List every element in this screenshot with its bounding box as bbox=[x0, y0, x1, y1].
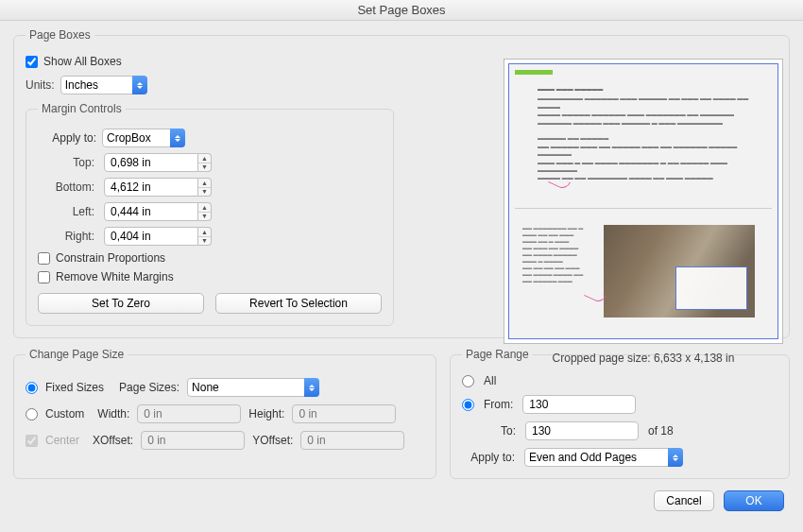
remove-white-margins-label: Remove White Margins bbox=[56, 270, 174, 283]
from-input[interactable] bbox=[522, 395, 636, 414]
all-pages-radio[interactable] bbox=[462, 375, 474, 387]
show-all-boxes-checkbox[interactable] bbox=[26, 56, 38, 68]
ok-button[interactable]: OK bbox=[724, 490, 784, 511]
right-input[interactable] bbox=[104, 227, 198, 246]
window-title: Set Page Boxes bbox=[0, 0, 803, 21]
change-page-size-legend: Change Page Size bbox=[26, 348, 128, 361]
center-label: Center bbox=[45, 434, 79, 447]
page-range-group: Page Range All From: To: of 18 Apply to: bbox=[450, 348, 790, 479]
constrain-proportions-label: Constrain Proportions bbox=[56, 251, 165, 265]
bottom-stepper[interactable]: ▲▼ bbox=[198, 178, 212, 197]
fixed-sizes-radio[interactable] bbox=[26, 382, 38, 394]
range-apply-to-label: Apply to: bbox=[462, 451, 515, 464]
margin-controls-group: Margin Controls Apply to: CropBox Top: ▲ bbox=[26, 102, 394, 326]
to-input[interactable] bbox=[525, 421, 639, 440]
custom-label: Custom bbox=[45, 407, 84, 420]
remove-white-margins-checkbox[interactable] bbox=[38, 271, 50, 283]
top-stepper[interactable]: ▲▼ bbox=[198, 153, 212, 172]
show-all-boxes-label: Show All Boxes bbox=[43, 55, 122, 68]
all-pages-label: All bbox=[484, 374, 496, 387]
units-label: Units: bbox=[26, 78, 55, 92]
units-select[interactable]: Inches bbox=[60, 76, 147, 94]
revert-to-selection-button[interactable]: Revert To Selection bbox=[215, 293, 382, 314]
bottom-label: Bottom: bbox=[38, 180, 96, 194]
change-page-size-group: Change Page Size Fixed Sizes Page Sizes:… bbox=[13, 348, 436, 479]
width-label: Width: bbox=[97, 407, 129, 420]
center-checkbox[interactable] bbox=[26, 435, 38, 447]
margin-apply-to-select[interactable]: CropBox bbox=[102, 129, 185, 147]
right-label: Right: bbox=[38, 230, 96, 243]
margin-controls-legend: Margin Controls bbox=[38, 102, 126, 115]
height-input[interactable] bbox=[292, 404, 396, 423]
yoffset-label: YOffset: bbox=[252, 434, 293, 447]
fixed-sizes-label: Fixed Sizes bbox=[45, 381, 104, 394]
of-pages-label: of 18 bbox=[648, 424, 674, 438]
top-label: Top: bbox=[38, 156, 96, 169]
xoffset-label: XOffset: bbox=[93, 434, 133, 447]
preview-caption: Cropped page size: 6,633 x 4,138 in bbox=[504, 352, 783, 365]
page-preview: ▬▬▬ ▬▬▬ ▬▬▬▬▬ ▬▬▬▬▬▬▬▬ ▬▬▬▬▬▬ ▬▬▬ ▬▬▬▬▬ … bbox=[504, 59, 783, 365]
apply-to-label: Apply to: bbox=[38, 131, 96, 145]
left-input[interactable] bbox=[104, 202, 198, 221]
page-boxes-legend: Page Boxes bbox=[26, 28, 94, 42]
range-apply-to-select[interactable]: Even and Odd Pages bbox=[524, 448, 683, 467]
top-input[interactable] bbox=[104, 153, 198, 172]
right-stepper[interactable]: ▲▼ bbox=[198, 227, 212, 246]
width-input[interactable] bbox=[137, 404, 241, 423]
height-label: Height: bbox=[248, 407, 284, 420]
page-sizes-label: Page Sizes: bbox=[119, 381, 179, 394]
to-label: To: bbox=[486, 424, 516, 438]
custom-radio[interactable] bbox=[26, 408, 38, 420]
left-stepper[interactable]: ▲▼ bbox=[198, 202, 212, 221]
yoffset-input[interactable] bbox=[300, 431, 404, 450]
left-label: Left: bbox=[38, 205, 96, 218]
from-label: From: bbox=[484, 398, 513, 411]
page-sizes-select[interactable]: None bbox=[187, 378, 319, 397]
constrain-proportions-checkbox[interactable] bbox=[38, 252, 50, 265]
set-to-zero-button[interactable]: Set To Zero bbox=[38, 293, 204, 314]
xoffset-input[interactable] bbox=[141, 431, 245, 450]
bottom-input[interactable] bbox=[104, 178, 198, 197]
cancel-button[interactable]: Cancel bbox=[654, 490, 714, 511]
from-radio[interactable] bbox=[462, 399, 474, 411]
page-boxes-group: Page Boxes Show All Boxes Units: Inches … bbox=[13, 28, 790, 338]
